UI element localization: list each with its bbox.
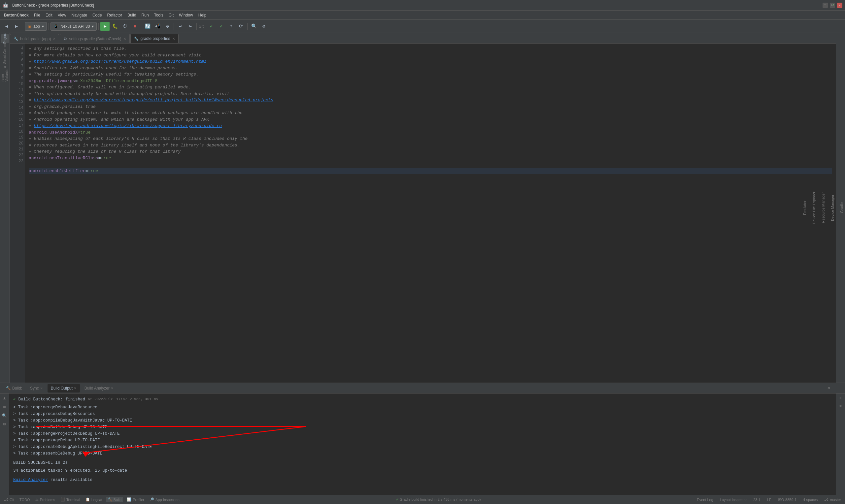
build-status-line: ✓ Build ButtonCheck: finished At 2022/8/… bbox=[13, 396, 832, 403]
sync-button[interactable]: 🔄 bbox=[143, 22, 152, 31]
app-module-dropdown[interactable]: ▣ app ▾ bbox=[25, 22, 47, 31]
code-line-4: # any settings specified in this file. bbox=[29, 46, 832, 52]
menu-tools[interactable]: Tools bbox=[152, 12, 166, 19]
statusbar-logcat[interactable]: 📋 Logcat bbox=[84, 497, 104, 502]
minimize-button[interactable]: ─ bbox=[823, 3, 828, 8]
bottom-tab-build-analyzer[interactable]: Build Analyzer ✕ bbox=[81, 384, 117, 393]
tab-close-3[interactable]: ✕ bbox=[172, 37, 175, 40]
git-icon: ⎇ bbox=[4, 498, 8, 502]
output-wrap-btn[interactable]: ⊟ bbox=[837, 402, 844, 409]
sidebar-device-manager-label[interactable]: Device Manager bbox=[829, 192, 836, 223]
statusbar-encoding[interactable]: ISO-8859-1 bbox=[776, 497, 798, 502]
undo-button[interactable]: ↩ bbox=[176, 22, 185, 31]
menu-run[interactable]: Run bbox=[139, 12, 152, 19]
avd-button[interactable]: 📲 bbox=[153, 22, 162, 31]
statusbar-branch[interactable]: ⎇ master bbox=[823, 497, 842, 502]
git-history-btn[interactable]: ⟳ bbox=[236, 22, 246, 31]
status-bar-right: Event Log Layout Inspector 23:1 LF ISO-8… bbox=[696, 497, 842, 502]
tab-build-gradle[interactable]: 🔧 build.gradle (app) ✕ bbox=[10, 34, 59, 43]
bottom-tab-sync[interactable]: Sync ✕ bbox=[27, 384, 46, 393]
sidebar-device-file-label[interactable]: Device File Explorer bbox=[811, 189, 817, 227]
tab-close-2[interactable]: ✕ bbox=[123, 37, 126, 40]
statusbar-position[interactable]: 23:1 bbox=[752, 497, 761, 502]
settings-button[interactable]: ⚙ bbox=[259, 22, 268, 31]
menu-navigate[interactable]: Navigate bbox=[69, 12, 90, 19]
sidebar-item-build-variants[interactable]: Build Variants bbox=[1, 71, 9, 80]
link-multi-project[interactable]: http://www.gradle.org/docs/current/userg… bbox=[34, 97, 274, 103]
bottom-minimize-btn[interactable]: ─ bbox=[834, 384, 842, 393]
statusbar-terminal[interactable]: ⬛ Terminal bbox=[59, 497, 82, 502]
build-search-btn[interactable]: 🔍 bbox=[1, 412, 8, 419]
bottom-tab-build-output[interactable]: Build Output ✕ bbox=[48, 384, 80, 393]
redo-button[interactable]: ↪ bbox=[186, 22, 195, 31]
menu-edit[interactable]: Edit bbox=[43, 12, 55, 19]
build-analyzer-line: Build Analyzer results available bbox=[13, 476, 832, 483]
menu-help[interactable]: Help bbox=[196, 12, 209, 19]
menu-file[interactable]: File bbox=[31, 12, 43, 19]
build-up-btn[interactable]: ▲ bbox=[1, 395, 8, 402]
forward-button[interactable]: ▶ bbox=[12, 22, 21, 31]
menu-window[interactable]: Window bbox=[176, 12, 196, 19]
git-commit-btn[interactable]: ✓ bbox=[207, 22, 216, 31]
statusbar-terminal-label: Terminal bbox=[66, 498, 80, 502]
back-button[interactable]: ◀ bbox=[2, 22, 11, 31]
code-line-8: # The setting is particularly useful for… bbox=[29, 71, 832, 78]
statusbar-indent[interactable]: 4 spaces bbox=[802, 497, 819, 502]
left-sidebar: Project Commit Structure ★ Build Variant… bbox=[0, 33, 10, 383]
menu-refactor[interactable]: Refactor bbox=[105, 12, 125, 19]
run-button[interactable]: ▶ bbox=[100, 22, 110, 31]
statusbar-problems[interactable]: ⚠ Problems bbox=[34, 497, 56, 502]
stop-button[interactable]: ■ bbox=[130, 22, 139, 31]
tab-settings-gradle[interactable]: ⚙ settings.gradle (ButtonCheck) ✕ bbox=[60, 34, 129, 43]
profile-button[interactable]: ⏱ bbox=[120, 22, 129, 31]
statusbar-event-log[interactable]: Event Log bbox=[696, 497, 715, 502]
build-analyzer-tab-close[interactable]: ✕ bbox=[111, 386, 113, 390]
sidebar-item-project[interactable]: Project bbox=[1, 34, 9, 43]
git-push-btn[interactable]: ✓ bbox=[216, 22, 226, 31]
code-line-12: # http://www.gradle.org/docs/current/use… bbox=[29, 97, 832, 104]
app-icon: 🤖 bbox=[3, 2, 8, 8]
statusbar-logcat-label: Logcat bbox=[91, 498, 102, 502]
menu-code[interactable]: Code bbox=[90, 12, 105, 19]
build-analyzer-link[interactable]: Build Analyzer bbox=[13, 478, 48, 482]
git-pull-btn[interactable]: ⬆ bbox=[226, 22, 236, 31]
close-button[interactable]: ✕ bbox=[837, 3, 842, 8]
sync-tab-close[interactable]: ✕ bbox=[40, 386, 43, 390]
code-line-22 bbox=[29, 161, 832, 168]
device-dropdown[interactable]: 📱 Nexus 10 API 30 ▾ bbox=[51, 22, 97, 31]
menu-build[interactable]: Build bbox=[125, 12, 139, 19]
statusbar-layout-inspector[interactable]: Layout Inspector bbox=[719, 497, 748, 502]
statusbar-app-inspection[interactable]: 🔎 App Inspection bbox=[148, 497, 181, 502]
menu-view[interactable]: View bbox=[55, 12, 69, 19]
statusbar-build[interactable]: 🔨 Build bbox=[106, 497, 123, 502]
menu-git[interactable]: Git bbox=[166, 12, 176, 19]
task-line-5: > Task :app:mergeProjectDexDebug UP-TO-D… bbox=[13, 430, 832, 437]
main-area: Project Commit Structure ★ Build Variant… bbox=[0, 33, 845, 383]
output-filter-btn[interactable]: ≡ bbox=[837, 395, 844, 402]
statusbar-profiler[interactable]: 📊 Profiler bbox=[125, 497, 145, 502]
statusbar-todo[interactable]: TODO bbox=[18, 497, 31, 502]
code-line-13: # org.gradle.parallel=true bbox=[29, 104, 832, 110]
search-button[interactable]: 🔍 bbox=[249, 22, 259, 31]
sidebar-item-structure[interactable]: Structure bbox=[1, 53, 9, 61]
build-filter-btn[interactable]: ⊞ bbox=[1, 403, 8, 411]
sidebar-emulator-label[interactable]: Emulator bbox=[802, 198, 808, 218]
link-build-env[interactable]: http://www.gradle.org/docs/current/userg… bbox=[34, 59, 207, 64]
sdk-button[interactable]: ⚙ bbox=[163, 22, 172, 31]
tab-gradle-properties[interactable]: 🔧 gradle.properties ✕ bbox=[130, 34, 179, 43]
statusbar-git[interactable]: ⎇ Git bbox=[3, 497, 16, 502]
build-output-tab-close[interactable]: ✕ bbox=[74, 386, 76, 390]
window-title: ButtonCheck - gradle.properties [ButtonC… bbox=[12, 3, 94, 7]
build-collapse-btn[interactable]: ⊟ bbox=[1, 420, 8, 428]
link-androidx[interactable]: https://developer.android.com/topic/libr… bbox=[34, 123, 222, 128]
tab-close-1[interactable]: ✕ bbox=[53, 37, 55, 40]
bottom-tab-build[interactable]: 🔨 Build: bbox=[3, 384, 25, 393]
sidebar-gradle-label[interactable]: Gradle bbox=[839, 200, 845, 216]
build-success-icon: ✓ bbox=[13, 396, 16, 403]
debug-button[interactable]: 🐛 bbox=[110, 22, 120, 31]
sidebar-resource-manager-label[interactable]: Resource Manager bbox=[820, 190, 827, 226]
bottom-settings-btn[interactable]: ⚙ bbox=[825, 384, 833, 393]
profiler-icon: 📊 bbox=[127, 498, 131, 502]
statusbar-line-sep[interactable]: LF bbox=[766, 497, 773, 502]
bottom-left-sidebar: ▲ ⊞ 🔍 ⊟ bbox=[0, 394, 9, 495]
